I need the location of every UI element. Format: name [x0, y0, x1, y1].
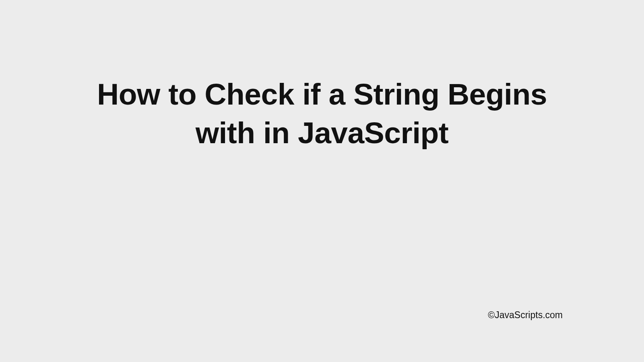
title-container: How to Check if a String Begins with in … — [0, 75, 644, 152]
page-title: How to Check if a String Begins with in … — [72, 75, 572, 152]
attribution-text: ©JavaScripts.com — [488, 310, 563, 321]
